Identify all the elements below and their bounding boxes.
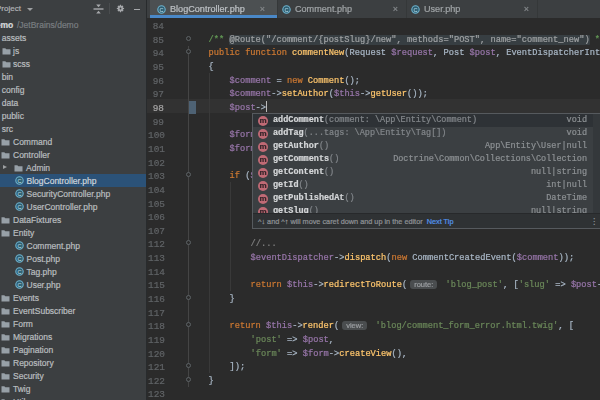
svg-text:C: C <box>284 6 288 12</box>
svg-text:C: C <box>17 243 21 249</box>
svg-text:C: C <box>159 6 163 12</box>
svg-text:C: C <box>413 6 417 12</box>
svg-text:C: C <box>17 191 21 197</box>
svg-text:C: C <box>17 256 21 262</box>
svg-text:C: C <box>17 204 21 210</box>
svg-text:C: C <box>17 178 21 184</box>
svg-text:C: C <box>17 282 21 288</box>
svg-text:C: C <box>17 269 21 275</box>
